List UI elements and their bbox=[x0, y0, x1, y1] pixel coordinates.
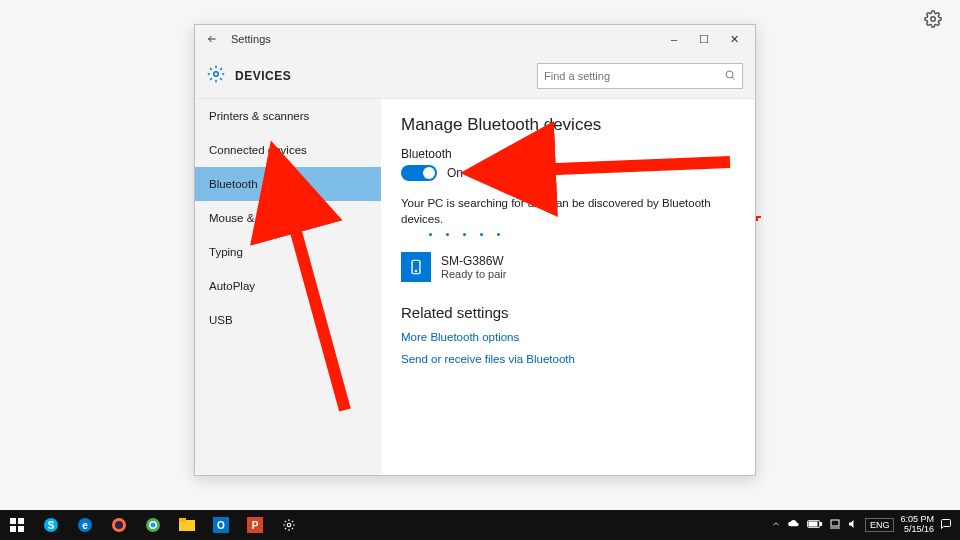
svg-rect-7 bbox=[10, 518, 16, 524]
device-status: Ready to pair bbox=[441, 268, 506, 280]
svg-rect-21 bbox=[179, 518, 186, 522]
taskbar-chrome-icon[interactable] bbox=[136, 510, 170, 540]
tray-volume-icon[interactable] bbox=[847, 518, 859, 532]
related-heading: Related settings bbox=[401, 304, 735, 321]
taskbar-edge-icon[interactable]: e bbox=[68, 510, 102, 540]
sidebar-item-autoplay[interactable]: AutoPlay bbox=[195, 269, 381, 303]
header-title: DEVICES bbox=[235, 69, 291, 83]
link-send-receive-files[interactable]: Send or receive files via Bluetooth bbox=[401, 353, 735, 365]
toggle-label: Bluetooth bbox=[401, 147, 735, 161]
settings-window: Settings – ☐ ✕ DEVICES Printers & scanne… bbox=[194, 24, 756, 476]
tray-language[interactable]: ENG bbox=[865, 518, 895, 532]
related-settings: Related settings More Bluetooth options … bbox=[401, 304, 735, 365]
sidebar-item-label: USB bbox=[209, 314, 233, 326]
sidebar: Printers & scanners Connected devices Bl… bbox=[195, 99, 381, 475]
svg-text:S: S bbox=[48, 520, 55, 531]
svg-point-2 bbox=[726, 71, 733, 78]
search-box[interactable] bbox=[537, 63, 743, 89]
sidebar-item-connected-devices[interactable]: Connected devices bbox=[195, 133, 381, 167]
tray-network-icon[interactable] bbox=[829, 518, 841, 532]
svg-point-4 bbox=[415, 271, 416, 272]
svg-rect-30 bbox=[831, 520, 839, 526]
searching-indicator bbox=[429, 233, 735, 236]
back-button[interactable] bbox=[201, 28, 223, 50]
taskbar-outlook-icon[interactable]: O bbox=[204, 510, 238, 540]
link-more-bluetooth-options[interactable]: More Bluetooth options bbox=[401, 331, 735, 343]
sidebar-item-typing[interactable]: Typing bbox=[195, 235, 381, 269]
svg-rect-29 bbox=[809, 522, 817, 526]
sidebar-item-label: Printers & scanners bbox=[209, 110, 309, 122]
sidebar-item-printers[interactable]: Printers & scanners bbox=[195, 99, 381, 133]
header: DEVICES bbox=[195, 53, 755, 99]
minimize-button[interactable]: – bbox=[659, 28, 689, 50]
taskbar-powerpoint-icon[interactable]: P bbox=[238, 510, 272, 540]
svg-point-26 bbox=[287, 523, 291, 527]
svg-point-19 bbox=[151, 523, 156, 528]
system-tray: ENG 6:05 PM 5/15/16 bbox=[771, 515, 960, 535]
sidebar-item-label: Typing bbox=[209, 246, 243, 258]
tray-onedrive-icon[interactable] bbox=[787, 519, 801, 531]
svg-rect-9 bbox=[10, 526, 16, 532]
device-name: SM-G386W bbox=[441, 254, 506, 268]
phone-icon bbox=[401, 252, 431, 282]
gear-icon bbox=[207, 65, 225, 87]
toggle-knob bbox=[423, 167, 435, 179]
content-pane: Manage Bluetooth devices Bluetooth On Yo… bbox=[381, 99, 755, 475]
close-button[interactable]: ✕ bbox=[719, 28, 749, 50]
sidebar-item-mouse[interactable]: Mouse & touchpad bbox=[195, 201, 381, 235]
sidebar-item-label: AutoPlay bbox=[209, 280, 255, 292]
svg-rect-8 bbox=[18, 518, 24, 524]
svg-rect-28 bbox=[820, 523, 821, 526]
maximize-button[interactable]: ☐ bbox=[689, 28, 719, 50]
toggle-state: On bbox=[447, 166, 463, 180]
tray-date: 5/15/16 bbox=[900, 525, 934, 535]
sidebar-item-label: Connected devices bbox=[209, 144, 307, 156]
taskbar-settings-icon[interactable] bbox=[272, 510, 306, 540]
svg-text:e: e bbox=[82, 520, 88, 531]
taskbar-file-explorer-icon[interactable] bbox=[170, 510, 204, 540]
sidebar-item-label: Mouse & touchpad bbox=[209, 212, 305, 224]
taskbar-skype-icon[interactable]: S bbox=[34, 510, 68, 540]
titlebar: Settings – ☐ ✕ bbox=[195, 25, 755, 53]
search-input[interactable] bbox=[544, 70, 724, 82]
sidebar-item-label: Bluetooth bbox=[209, 178, 258, 190]
taskbar-firefox-icon[interactable] bbox=[102, 510, 136, 540]
taskbar: S e O P ENG 6:05 PM 5/15/16 bbox=[0, 510, 960, 540]
page-heading: Manage Bluetooth devices bbox=[401, 115, 735, 135]
page-settings-gear-icon[interactable] bbox=[924, 10, 942, 28]
bluetooth-toggle[interactable] bbox=[401, 165, 437, 181]
window-title: Settings bbox=[231, 33, 271, 45]
tray-chevron-up-icon[interactable] bbox=[771, 519, 781, 531]
svg-point-16 bbox=[115, 521, 123, 529]
sidebar-item-usb[interactable]: USB bbox=[195, 303, 381, 337]
start-button[interactable] bbox=[0, 510, 34, 540]
svg-text:O: O bbox=[217, 520, 225, 531]
status-text: Your PC is searching for and can be disc… bbox=[401, 195, 735, 227]
svg-point-0 bbox=[931, 17, 936, 22]
maximize-icon: ☐ bbox=[699, 33, 709, 46]
svg-rect-10 bbox=[18, 526, 24, 532]
tray-battery-icon[interactable] bbox=[807, 519, 823, 531]
cursor-marker bbox=[756, 216, 762, 222]
tray-notifications-icon[interactable] bbox=[940, 518, 952, 532]
search-icon bbox=[724, 67, 736, 85]
close-icon: ✕ bbox=[730, 33, 739, 46]
device-row[interactable]: SM-G386W Ready to pair bbox=[401, 252, 735, 282]
minimize-icon: – bbox=[671, 33, 677, 45]
tray-clock[interactable]: 6:05 PM 5/15/16 bbox=[900, 515, 934, 535]
sidebar-item-bluetooth[interactable]: Bluetooth bbox=[195, 167, 381, 201]
svg-text:P: P bbox=[252, 520, 259, 531]
svg-point-1 bbox=[214, 71, 219, 76]
